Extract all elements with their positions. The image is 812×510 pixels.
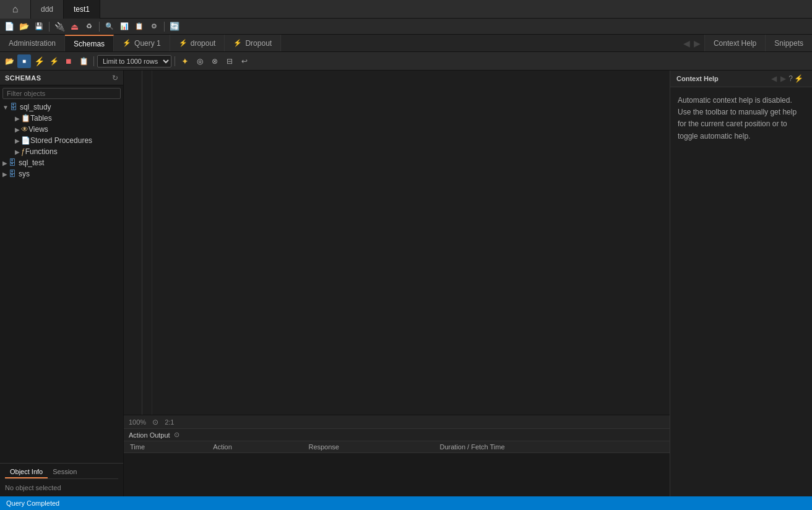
sproc-folder-icon: 📄 bbox=[21, 136, 30, 145]
dropout-lower-icon: ⚡ bbox=[179, 39, 188, 47]
tab-query1[interactable]: ⚡ Query 1 bbox=[114, 35, 170, 51]
sys-db-icon: 🗄 bbox=[9, 170, 16, 178]
database-icon: 🗄 bbox=[10, 103, 17, 111]
open-file-button[interactable]: 📂 bbox=[2, 54, 16, 68]
tree-item-tables[interactable]: ▶ 📋 Tables bbox=[12, 113, 123, 124]
sep3 bbox=[164, 22, 165, 32]
schemas-refresh-icon[interactable]: ↻ bbox=[112, 74, 118, 82]
context-next-icon[interactable]: ▶ bbox=[779, 74, 787, 83]
tree-label-sql-study: sql_study bbox=[20, 103, 51, 111]
save-button[interactable]: 💾 bbox=[32, 20, 46, 33]
tree-item-sql-test[interactable]: ▶ 🗄 sql_test bbox=[0, 157, 123, 168]
refresh-button[interactable]: ♻ bbox=[82, 20, 96, 33]
tab-row: Administration Schemas ⚡ Query 1 ⚡ dropo… bbox=[0, 35, 812, 52]
rollback-button[interactable]: ⊗ bbox=[208, 54, 222, 68]
tab-administration[interactable]: Administration bbox=[0, 35, 65, 51]
object-info-panel: Object Info Session No object selected bbox=[0, 463, 123, 496]
procedure-button[interactable]: 📋 bbox=[132, 20, 146, 33]
editor-area: 100% ⊙ 2:1 Action Output ⊙ Time Act bbox=[124, 71, 670, 496]
tree-item-sys[interactable]: ▶ 🗄 sys bbox=[0, 168, 123, 179]
code-content[interactable] bbox=[152, 71, 670, 415]
connect-button[interactable]: 🔌 bbox=[53, 20, 66, 33]
explain-button[interactable]: 📋 bbox=[77, 54, 90, 68]
tab-section-right: ◀ ▶ Context Help Snippets bbox=[680, 35, 812, 51]
disconnect-button[interactable]: ⏏ bbox=[67, 20, 81, 33]
tree-label-views: Views bbox=[28, 125, 48, 134]
functions-folder-icon: ƒ bbox=[21, 147, 25, 156]
tree-item-views[interactable]: ▶ 👁 Views bbox=[12, 124, 123, 135]
right-panel: Context Help ◀ ▶ ? ⚡ Automatic context h… bbox=[670, 71, 812, 496]
tree-label-tables: Tables bbox=[30, 114, 52, 123]
dropout-upper-icon: ⚡ bbox=[233, 39, 242, 47]
title-tab-test1[interactable]: test1 bbox=[64, 0, 100, 19]
sidebar: SCHEMAS ↻ ▼ 🗄 sql_study ▶ 📋 Tables ▶ bbox=[0, 71, 124, 496]
context-help-panel-title: Context Help bbox=[676, 75, 719, 82]
context-help-icon[interactable]: ? bbox=[788, 74, 793, 83]
migration-button[interactable]: 🔄 bbox=[168, 20, 181, 33]
no-object-text: No object selected bbox=[5, 482, 118, 494]
sep1 bbox=[49, 22, 50, 32]
status-bar: Query Completed bbox=[0, 496, 812, 510]
home-button[interactable]: ⌂ bbox=[0, 0, 31, 19]
toggle-results-button[interactable]: ⊟ bbox=[223, 54, 236, 68]
schema-inspect-button[interactable]: 🔍 bbox=[103, 20, 116, 33]
toolbar: 📄 📂 💾 🔌 ⏏ ♻ 🔍 📊 📋 ⚙ 🔄 bbox=[0, 19, 812, 34]
tab-session[interactable]: Session bbox=[48, 466, 82, 478]
title-tabs: ddd test1 bbox=[31, 0, 100, 19]
expand-sql-study-icon: ▼ bbox=[2, 104, 9, 111]
code-editor[interactable] bbox=[124, 71, 670, 415]
execute-button[interactable]: ⚡ bbox=[32, 54, 46, 68]
tab-schemas[interactable]: Schemas bbox=[65, 35, 114, 51]
expand-sys-icon: ▶ bbox=[2, 171, 7, 178]
expand-sql-test-icon: ▶ bbox=[2, 160, 7, 166]
output-header: Action Output ⊙ bbox=[124, 429, 670, 441]
tab-dropout-lower[interactable]: ⚡ dropout bbox=[170, 35, 225, 51]
new-file-button[interactable]: 📄 bbox=[2, 20, 16, 33]
commit-button[interactable]: ◎ bbox=[193, 54, 207, 68]
word-wrap-button[interactable]: ↩ bbox=[238, 54, 251, 68]
tree-label-stored-procedures: Stored Procedures bbox=[30, 136, 92, 145]
title-tab-ddd[interactable]: ddd bbox=[31, 0, 64, 19]
tree-item-sql-study[interactable]: ▼ 🗄 sql_study bbox=[0, 102, 123, 113]
nav-prev-icon[interactable]: ◀ bbox=[682, 38, 691, 48]
schemas-header: SCHEMAS ↻ bbox=[0, 71, 123, 85]
expand-functions-icon: ▶ bbox=[15, 149, 20, 155]
cursor-icon: ⊙ bbox=[152, 418, 158, 426]
schema-tree: ▼ 🗄 sql_study ▶ 📋 Tables ▶ 👁 Views ▶ 📄 bbox=[0, 102, 123, 463]
tree-item-functions[interactable]: ▶ ƒ Functions bbox=[12, 146, 123, 157]
filter-input[interactable] bbox=[2, 88, 121, 99]
status-text: Query Completed bbox=[6, 499, 59, 507]
qtb-sep2 bbox=[175, 56, 175, 66]
editor-status-bar: 100% ⊙ 2:1 bbox=[124, 415, 670, 428]
sql-test-db-icon: 🗄 bbox=[9, 158, 16, 167]
tables-folder-icon: 📋 bbox=[21, 114, 30, 123]
output-expand-icon[interactable]: ⊙ bbox=[174, 431, 179, 439]
zoom-status: 100% bbox=[129, 418, 146, 426]
tab-section-left: Administration Schemas ⚡ Query 1 ⚡ dropo… bbox=[0, 35, 281, 51]
line-dots bbox=[142, 71, 152, 415]
stop-button[interactable]: ⏹ bbox=[62, 54, 76, 68]
context-auto-icon[interactable]: ⚡ bbox=[794, 74, 803, 83]
position-label: 2:1 bbox=[165, 418, 174, 426]
beautify-button[interactable]: ✦ bbox=[178, 54, 192, 68]
tab-dropout-upper[interactable]: ⚡ Dropout bbox=[225, 35, 281, 51]
tab-object-info[interactable]: Object Info bbox=[5, 466, 48, 478]
filter-box bbox=[0, 85, 123, 102]
expand-tables-icon: ▶ bbox=[15, 115, 20, 122]
snippets-tab[interactable]: Snippets bbox=[765, 35, 812, 51]
context-help-tab[interactable]: Context Help bbox=[704, 35, 765, 51]
zoom-label: 100% bbox=[129, 418, 146, 426]
nav-next-icon[interactable]: ▶ bbox=[693, 38, 702, 48]
table-button[interactable]: 📊 bbox=[118, 20, 131, 33]
context-prev-icon[interactable]: ◀ bbox=[770, 74, 778, 83]
tree-item-stored-procedures[interactable]: ▶ 📄 Stored Procedures bbox=[12, 135, 123, 146]
views-folder-icon: 👁 bbox=[21, 125, 28, 134]
execute-selection-button[interactable]: ⚡ bbox=[47, 54, 61, 68]
sql-study-children: ▶ 📋 Tables ▶ 👁 Views ▶ 📄 Stored Procedur… bbox=[0, 113, 123, 157]
open-button[interactable]: 📂 bbox=[17, 20, 31, 33]
home-icon: ⌂ bbox=[12, 4, 19, 15]
output-panel: Action Output ⊙ Time Action Response Dur… bbox=[124, 428, 670, 496]
settings-button[interactable]: ⚙ bbox=[147, 20, 161, 33]
limit-select[interactable]: Limit to 1000 rows Don't Limit Limit to … bbox=[97, 55, 171, 67]
create-schema-button[interactable]: ■ bbox=[17, 54, 31, 68]
